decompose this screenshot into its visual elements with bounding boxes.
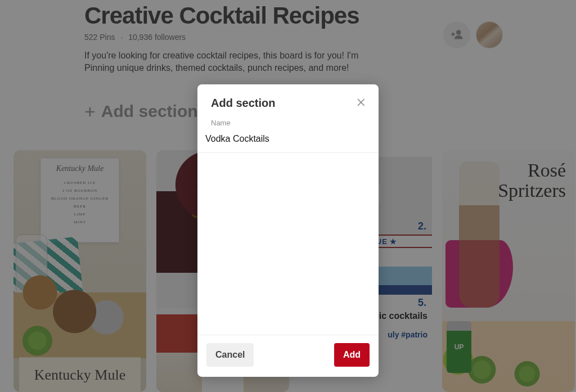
modal-title: Add section <box>211 97 365 110</box>
section-name-input[interactable] <box>205 127 371 152</box>
close-icon <box>356 97 367 108</box>
section-name-label: Name <box>197 115 379 127</box>
add-section-modal: Add section Name Cancel Add <box>197 84 379 377</box>
modal-header: Add section <box>197 84 379 115</box>
add-button[interactable]: Add <box>334 343 370 367</box>
close-button[interactable] <box>354 94 370 110</box>
cancel-button[interactable]: Cancel <box>206 343 254 367</box>
modal-body <box>197 152 379 335</box>
modal-footer: Cancel Add <box>197 335 379 377</box>
